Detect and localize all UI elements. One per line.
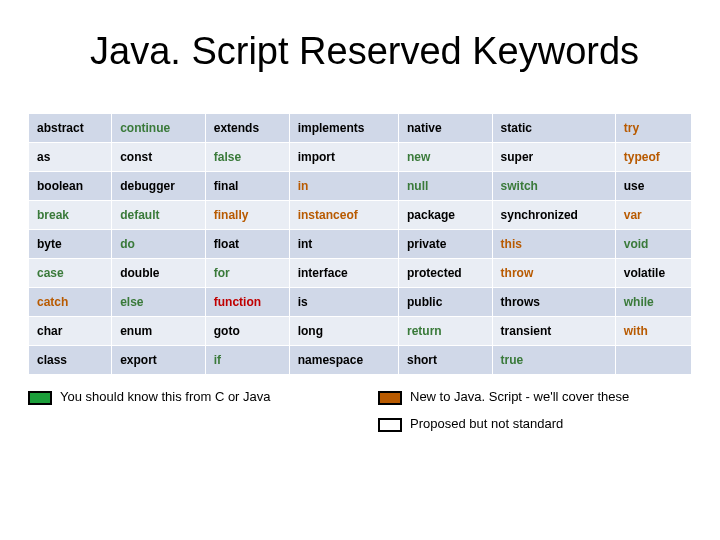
- keywords-table: abstractcontinueextendsimplementsnatives…: [28, 113, 692, 375]
- keyword-cell: if: [205, 346, 289, 375]
- keyword-cell: new: [398, 143, 492, 172]
- keyword-cell: use: [615, 172, 691, 201]
- keyword-cell: debugger: [112, 172, 206, 201]
- keyword-cell: int: [289, 230, 398, 259]
- keyword-cell: native: [398, 114, 492, 143]
- legend-known-text: You should know this from C or Java: [60, 389, 271, 406]
- keyword-cell: abstract: [29, 114, 112, 143]
- legend-proposed: Proposed but not standard: [378, 416, 692, 433]
- keyword-cell: void: [615, 230, 691, 259]
- keyword-cell: goto: [205, 317, 289, 346]
- keyword-cell: super: [492, 143, 615, 172]
- table-row: catchelsefunctionispublicthrowswhile: [29, 288, 692, 317]
- keyword-cell: package: [398, 201, 492, 230]
- swatch-orange-icon: [378, 391, 402, 405]
- legend-known: You should know this from C or Java: [28, 389, 360, 406]
- keyword-cell: short: [398, 346, 492, 375]
- keyword-cell: this: [492, 230, 615, 259]
- swatch-green-icon: [28, 391, 52, 405]
- keyword-cell: typeof: [615, 143, 691, 172]
- table-row: charenumgotolongreturntransientwith: [29, 317, 692, 346]
- keyword-cell: implements: [289, 114, 398, 143]
- keyword-cell: synchronized: [492, 201, 615, 230]
- keyword-cell: do: [112, 230, 206, 259]
- keyword-cell: with: [615, 317, 691, 346]
- keyword-cell: boolean: [29, 172, 112, 201]
- keyword-cell: instanceof: [289, 201, 398, 230]
- keyword-cell: try: [615, 114, 691, 143]
- table-row: bytedofloatintprivatethisvoid: [29, 230, 692, 259]
- keyword-cell: null: [398, 172, 492, 201]
- keyword-cell: export: [112, 346, 206, 375]
- keyword-cell: private: [398, 230, 492, 259]
- keyword-cell: final: [205, 172, 289, 201]
- table-row: asconstfalseimportnewsupertypeof: [29, 143, 692, 172]
- keyword-cell: char: [29, 317, 112, 346]
- keyword-cell: throws: [492, 288, 615, 317]
- keyword-cell: protected: [398, 259, 492, 288]
- swatch-white-icon: [378, 418, 402, 432]
- table-row: abstractcontinueextendsimplementsnatives…: [29, 114, 692, 143]
- keyword-cell: static: [492, 114, 615, 143]
- keyword-cell: false: [205, 143, 289, 172]
- keyword-cell: case: [29, 259, 112, 288]
- table-row: classexportifnamespaceshorttrue: [29, 346, 692, 375]
- table-row: casedoubleforinterfaceprotectedthrowvola…: [29, 259, 692, 288]
- keyword-cell: public: [398, 288, 492, 317]
- keyword-cell: while: [615, 288, 691, 317]
- table-row: booleandebuggerfinalinnullswitchuse: [29, 172, 692, 201]
- keyword-cell: default: [112, 201, 206, 230]
- keyword-cell: interface: [289, 259, 398, 288]
- keyword-cell: const: [112, 143, 206, 172]
- legend: You should know this from C or Java New …: [28, 389, 692, 433]
- keyword-cell: true: [492, 346, 615, 375]
- keyword-cell: float: [205, 230, 289, 259]
- keywords-table-wrap: abstractcontinueextendsimplementsnatives…: [28, 113, 692, 375]
- legend-proposed-text: Proposed but not standard: [410, 416, 563, 433]
- keyword-cell: finally: [205, 201, 289, 230]
- page-title: Java. Script Reserved Keywords: [90, 30, 720, 73]
- legend-new: New to Java. Script - we'll cover these: [378, 389, 692, 406]
- keyword-cell: class: [29, 346, 112, 375]
- keyword-cell: throw: [492, 259, 615, 288]
- table-row: breakdefaultfinallyinstanceofpackagesync…: [29, 201, 692, 230]
- keyword-cell: namespace: [289, 346, 398, 375]
- keyword-cell: is: [289, 288, 398, 317]
- keyword-cell: break: [29, 201, 112, 230]
- keyword-cell: switch: [492, 172, 615, 201]
- keyword-cell: var: [615, 201, 691, 230]
- keyword-cell: return: [398, 317, 492, 346]
- keyword-cell: long: [289, 317, 398, 346]
- keyword-cell: [615, 346, 691, 375]
- keyword-cell: in: [289, 172, 398, 201]
- keyword-cell: catch: [29, 288, 112, 317]
- keyword-cell: import: [289, 143, 398, 172]
- keyword-cell: transient: [492, 317, 615, 346]
- keyword-cell: function: [205, 288, 289, 317]
- keyword-cell: enum: [112, 317, 206, 346]
- keyword-cell: for: [205, 259, 289, 288]
- keyword-cell: continue: [112, 114, 206, 143]
- keyword-cell: as: [29, 143, 112, 172]
- keyword-cell: volatile: [615, 259, 691, 288]
- keyword-cell: double: [112, 259, 206, 288]
- keyword-cell: else: [112, 288, 206, 317]
- legend-new-text: New to Java. Script - we'll cover these: [410, 389, 629, 406]
- keyword-cell: extends: [205, 114, 289, 143]
- keyword-cell: byte: [29, 230, 112, 259]
